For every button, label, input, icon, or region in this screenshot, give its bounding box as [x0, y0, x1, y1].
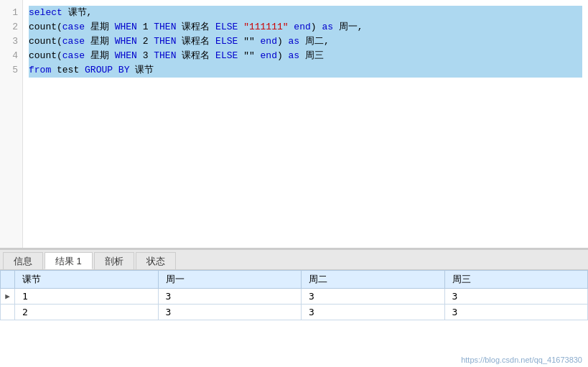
- cell-zhou1-2: 3: [158, 305, 302, 320]
- watermark-text: https://blog.csdn.net/qq_41673830: [461, 356, 582, 364]
- col-header-zhou1: 周一: [158, 271, 302, 289]
- line-num-4: 4: [12, 49, 18, 63]
- line-num-1: 1: [12, 6, 18, 20]
- col-header-indicator: [1, 271, 15, 289]
- row-indicator-2: [1, 305, 15, 320]
- col-header-zhou2: 周二: [302, 271, 445, 289]
- cell-zhou3-1: 3: [444, 289, 588, 305]
- cell-kejie-2: 2: [15, 305, 159, 320]
- table-row: ▶ 1 3 3 3: [1, 289, 588, 305]
- code-line-2: count(case 星期 WHEN 1 THEN 课程名 ELSE "1111…: [29, 20, 582, 34]
- code-line-5: from test GROUP BY 课节: [29, 63, 582, 78]
- code-lines: select 课节, count(case 星期 WHEN 1 THEN 课程名…: [23, 0, 588, 248]
- cell-kejie-1: 1: [15, 289, 159, 305]
- tab-results[interactable]: 结果 1: [45, 252, 93, 269]
- line-numbers: 1 2 3 4 5: [0, 0, 23, 248]
- code-line-1: select 课节,: [29, 6, 582, 20]
- cell-zhou2-2: 3: [302, 305, 445, 320]
- row-indicator-1: ▶: [1, 289, 15, 305]
- col-header-zhou3: 周三: [444, 271, 588, 289]
- code-editor: 1 2 3 4 5 select 课节, count(case 星期 WHEN …: [0, 0, 588, 248]
- tab-status[interactable]: 状态: [136, 252, 176, 269]
- cell-zhou2-1: 3: [302, 289, 445, 305]
- tab-info[interactable]: 信息: [3, 252, 43, 269]
- line-num-2: 2: [12, 20, 18, 34]
- tabs-bar: 信息 结果 1 剖析 状态: [0, 250, 588, 270]
- table-row: 2 3 3 3: [1, 305, 588, 320]
- code-line-3: count(case 星期 WHEN 2 THEN 课程名 ELSE "" en…: [29, 34, 582, 49]
- bottom-panel: 信息 结果 1 剖析 状态 课节 周一 周二 周三 ▶ 1 3 3: [0, 248, 588, 367]
- tab-analyze[interactable]: 剖析: [94, 252, 134, 269]
- results-area: 课节 周一 周二 周三 ▶ 1 3 3 3 2 3 3: [0, 270, 588, 367]
- cell-zhou1-1: 3: [158, 289, 302, 305]
- line-num-3: 3: [12, 34, 18, 49]
- line-num-5: 5: [12, 63, 18, 78]
- col-header-kejie: 课节: [15, 271, 159, 289]
- code-line-4: count(case 星期 WHEN 3 THEN 课程名 ELSE "" en…: [29, 49, 582, 63]
- cell-zhou3-2: 3: [444, 305, 588, 320]
- results-table: 课节 周一 周二 周三 ▶ 1 3 3 3 2 3 3: [0, 270, 588, 320]
